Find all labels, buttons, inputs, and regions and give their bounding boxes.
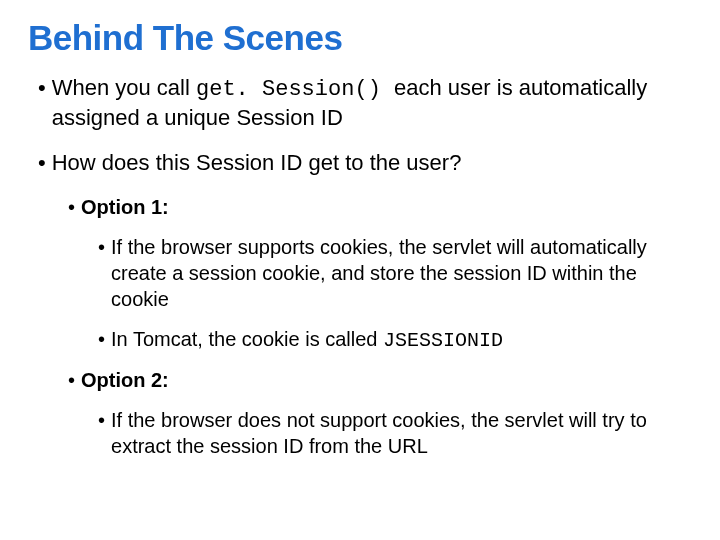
bullet-text: When you call get. Session() each user i…: [52, 74, 692, 131]
bullet-text: How does this Session ID get to the user…: [52, 149, 692, 177]
slide-title: Behind The Scenes: [28, 18, 692, 58]
bullet-level-1: • How does this Session ID get to the us…: [38, 149, 692, 177]
bullet-text: If the browser does not support cookies,…: [111, 407, 682, 459]
bullet-level-1: • When you call get. Session() each user…: [38, 74, 692, 131]
bullet-marker: •: [98, 234, 105, 312]
bullet-marker: •: [68, 368, 75, 393]
bullet-level-3: • If the browser supports cookies, the s…: [98, 234, 692, 312]
bullet-marker: •: [38, 149, 46, 177]
inline-code: get. Session(): [196, 77, 394, 102]
text-pre: In Tomcat, the cookie is called: [111, 328, 383, 350]
text-pre: When you call: [52, 75, 196, 100]
bullet-text: In Tomcat, the cookie is called JSESSION…: [111, 326, 682, 354]
bullet-level-3: • If the browser does not support cookie…: [98, 407, 692, 459]
bullet-marker: •: [98, 326, 105, 354]
bullet-level-2: • Option 2:: [68, 368, 692, 393]
option-label: Option 2:: [81, 368, 692, 393]
bullet-level-3: • In Tomcat, the cookie is called JSESSI…: [98, 326, 692, 354]
bullet-text: If the browser supports cookies, the ser…: [111, 234, 682, 312]
bullet-level-2: • Option 1:: [68, 195, 692, 220]
bullet-marker: •: [98, 407, 105, 459]
inline-code: JSESSIONID: [383, 329, 503, 352]
bullet-marker: •: [68, 195, 75, 220]
option-label: Option 1:: [81, 195, 692, 220]
bullet-marker: •: [38, 74, 46, 131]
